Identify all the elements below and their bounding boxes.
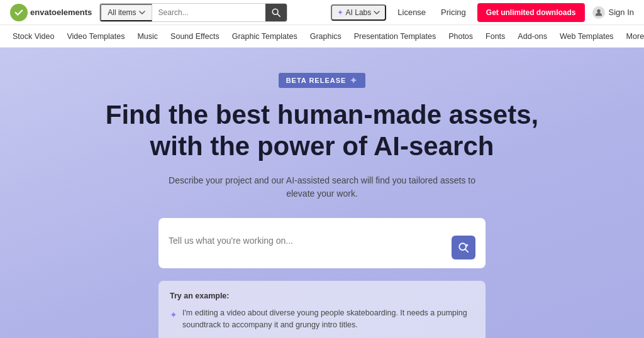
top-navigation: envatoelements All items ✦ AI Labs Licen… (0, 0, 644, 25)
logo[interactable]: envatoelements (10, 4, 92, 21)
pricing-link[interactable]: Pricing (437, 5, 470, 19)
account-icon (594, 8, 603, 17)
all-items-dropdown[interactable]: All items (100, 4, 152, 21)
logo-text: envatoelements (30, 8, 92, 17)
ai-labs-button[interactable]: ✦ AI Labs (331, 4, 387, 21)
example-bullet-1: ✦ (170, 308, 177, 331)
example-item-1: ✦ I'm editing a video about diverse youn… (170, 307, 474, 331)
search-area: All items (99, 3, 287, 22)
svg-line-2 (277, 14, 280, 16)
cat-add-ons[interactable]: Add-ons (511, 25, 553, 47)
cat-more[interactable]: More (620, 25, 644, 47)
svg-point-3 (597, 9, 600, 12)
cat-fonts[interactable]: Fonts (479, 25, 511, 47)
ai-labs-chevron-icon (374, 9, 380, 16)
cat-sound-effects[interactable]: Sound Effects (164, 25, 226, 47)
chevron-down-icon (139, 9, 145, 16)
ai-search-box (158, 218, 486, 268)
ai-search-submit-button[interactable] (452, 236, 475, 259)
beta-badge: BETA RELEASE ✦ (279, 73, 366, 88)
category-navigation: Stock Video Video Templates Music Sound … (0, 25, 644, 48)
hero-section: BETA RELEASE ✦ Find the best human-made … (0, 48, 644, 338)
ai-search-textarea[interactable] (169, 235, 452, 259)
cat-graphic-templates[interactable]: Graphic Templates (226, 25, 304, 47)
get-unlimited-button[interactable]: Get unlimited downloads (477, 3, 585, 22)
cat-music[interactable]: Music (131, 25, 164, 47)
beta-star-icon: ✦ (350, 75, 358, 85)
cat-graphics[interactable]: Graphics (304, 25, 348, 47)
svg-point-0 (10, 4, 28, 21)
examples-title: Try an example: (170, 290, 474, 302)
hero-title: Find the best human-made assets, with th… (106, 99, 539, 163)
example-text-1[interactable]: I'm editing a video about diverse young … (182, 307, 474, 331)
search-button[interactable] (265, 4, 287, 21)
user-icon (592, 6, 605, 19)
cat-web-templates[interactable]: Web Templates (553, 25, 620, 47)
search-input[interactable] (152, 4, 265, 21)
svg-line-5 (465, 249, 468, 252)
cat-presentation-templates[interactable]: Presentation Templates (348, 25, 442, 47)
license-link[interactable]: License (394, 5, 430, 19)
cat-photos[interactable]: Photos (442, 25, 479, 47)
search-icon (272, 8, 280, 17)
ai-search-icon (458, 242, 469, 253)
hero-subtitle: Describe your project and our AI-assiste… (158, 174, 486, 200)
cat-stock-video[interactable]: Stock Video (6, 25, 60, 47)
examples-box: Try an example: ✦ I'm editing a video ab… (158, 281, 486, 338)
ai-labs-star-icon: ✦ (337, 8, 343, 17)
svg-point-4 (459, 243, 466, 250)
cat-video-templates[interactable]: Video Templates (60, 25, 131, 47)
sign-in-button[interactable]: Sign In (592, 6, 634, 19)
